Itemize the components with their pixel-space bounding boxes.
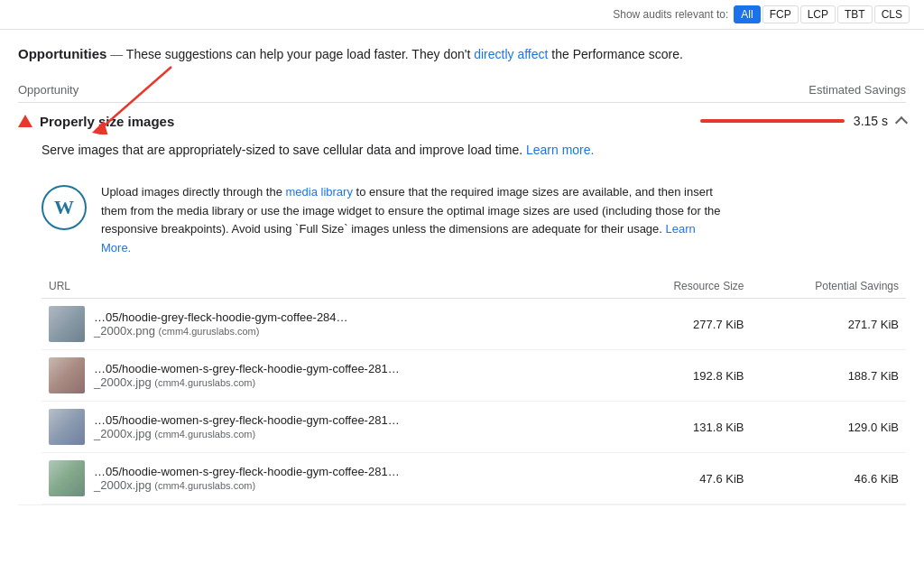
wp-description-text: Upload images directly through the media… [101,183,727,258]
learn-more-link[interactable]: Learn more. [526,143,594,157]
top-bar: Show audits relevant to: All FCP LCP TBT… [0,0,924,30]
col-potential-savings: Potential Savings [751,274,906,299]
url-table: URL Resource Size Potential Savings …05/… [42,274,906,504]
filter-btn-all[interactable]: All [734,5,760,23]
col-opportunity: Opportunity [18,83,79,97]
url-domain: (cmm4.guruslabs.com) [154,480,255,491]
potential-savings-cell: 271.7 KiB [751,299,906,350]
show-audits-label: Show audits relevant to: [613,8,728,21]
main-content: Opportunities — These suggestions can he… [0,30,924,523]
url-cell: …05/hoodie-women-s-grey-fleck-hoodie-gym… [42,453,617,504]
resource-size-cell: 131.8 KiB [617,402,751,453]
wp-logo: W [42,185,87,230]
url-cell: …05/hoodie-women-s-grey-fleck-hoodie-gym… [42,402,617,453]
col-url: URL [42,274,617,299]
savings-bar [700,119,845,123]
resource-size-cell: 192.8 KiB [617,350,751,402]
resource-size-cell: 47.6 KiB [617,453,751,504]
thumbnail [49,460,85,496]
thumbnail [49,306,85,342]
potential-savings-cell: 129.0 KiB [751,402,906,453]
resource-size-cell: 277.7 KiB [617,299,751,350]
wp-logo-text: W [54,196,74,219]
url-text: …05/hoodie-women-s-grey-fleck-hoodie-gym… [94,413,400,440]
opportunity-title-row[interactable]: Properly size images 3.15 s [18,103,906,136]
directly-affect-link[interactable]: directly affect [474,47,548,61]
media-library-link[interactable]: media library [286,185,353,199]
filter-btn-fcp[interactable]: FCP [762,5,799,23]
table-row: …05/hoodie-women-s-grey-fleck-hoodie-gym… [42,402,906,453]
wordpress-block: W Upload images directly through the med… [42,183,727,258]
description-block: Serve images that are appropriately-size… [18,136,722,172]
filter-btn-cls[interactable]: CLS [874,5,910,23]
opportunity-savings-right: 3.15 s [700,114,906,128]
opportunities-title: Opportunities [18,46,106,61]
url-text: …05/hoodie-women-s-grey-fleck-hoodie-gym… [94,465,400,492]
filter-buttons: All FCP LCP TBT CLS [734,5,910,23]
opportunity-name: Properly size images [40,114,174,129]
wp-desc1: Upload images directly through the [101,185,282,199]
potential-savings-cell: 46.6 KiB [751,453,906,504]
opportunity-title-left: Properly size images [18,114,174,129]
url-text: …05/hoodie-grey-fleck-hoodie-gym-coffee-… [94,310,348,338]
filter-btn-lcp[interactable]: LCP [800,5,836,23]
opportunities-header: Opportunities — These suggestions can he… [18,44,906,65]
url-domain: (cmm4.guruslabs.com) [159,326,260,337]
opportunity-row: Properly size images 3.15 s Serve images… [18,103,906,506]
potential-savings-cell: 188.7 KiB [751,350,906,402]
filter-btn-tbt[interactable]: TBT [837,5,873,23]
url-cell: …05/hoodie-grey-fleck-hoodie-gym-coffee-… [42,299,617,350]
url-text: …05/hoodie-women-s-grey-fleck-hoodie-gym… [94,362,400,389]
col-estimated-savings: Estimated Savings [808,83,906,97]
thumbnail [49,357,85,393]
opportunities-desc: These suggestions can help your page loa… [126,47,470,61]
url-cell: …05/hoodie-women-s-grey-fleck-hoodie-gym… [42,350,617,402]
savings-value: 3.15 s [854,114,888,128]
columns-header: Opportunity Estimated Savings [18,76,906,103]
url-domain: (cmm4.guruslabs.com) [154,377,255,388]
chevron-up-icon [895,116,908,128]
table-row: …05/hoodie-grey-fleck-hoodie-gym-coffee-… [42,299,906,350]
warning-triangle-icon [18,115,32,127]
table-row: …05/hoodie-women-s-grey-fleck-hoodie-gym… [42,453,906,504]
url-domain: (cmm4.guruslabs.com) [154,429,255,440]
serve-desc: Serve images that are appropriately-size… [42,143,522,157]
table-row: …05/hoodie-women-s-grey-fleck-hoodie-gym… [42,350,906,402]
thumbnail [49,409,85,445]
col-resource-size: Resource Size [617,274,751,299]
dash: — [110,47,126,61]
